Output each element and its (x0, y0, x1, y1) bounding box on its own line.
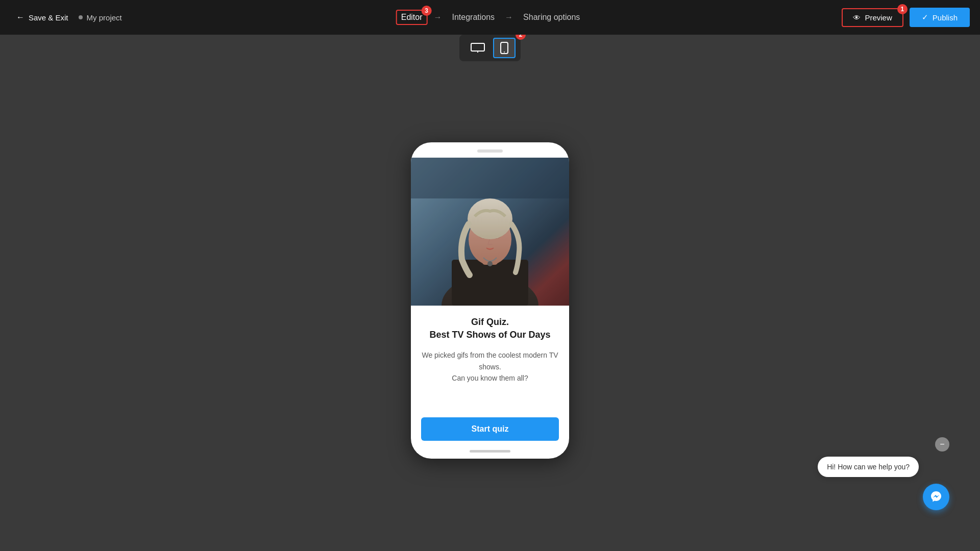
step-editor-badge: 3 (422, 6, 432, 16)
publish-button[interactable]: ✓ Publish (910, 8, 970, 27)
save-exit-button[interactable]: ← Save & Exit (10, 9, 75, 26)
project-name-label: My project (87, 13, 122, 22)
quiz-text-content: Gif Quiz. Best TV Shows of Our Days We p… (411, 306, 569, 446)
svg-point-4 (504, 52, 505, 53)
step-arrow-2: → (505, 13, 513, 22)
arrow-left-icon: ← (16, 13, 24, 22)
messenger-chat-button[interactable] (923, 484, 949, 510)
mobile-view-button[interactable] (493, 38, 516, 58)
step-editor-label: Editor (401, 13, 423, 21)
svg-rect-0 (471, 43, 484, 51)
start-quiz-label: Start quiz (472, 424, 509, 433)
device-switcher: 2 (459, 35, 521, 61)
phone-preview-frame: Gif Quiz. Best TV Shows of Our Days We p… (411, 142, 569, 459)
top-navigation: ← Save & Exit My project Editor 3 → Inte… (0, 0, 980, 35)
preview-button[interactable]: 👁 Preview 1 (842, 8, 903, 27)
step-editor[interactable]: Editor 3 (396, 10, 428, 25)
nav-right-actions: 👁 Preview 1 ✓ Publish (842, 8, 970, 27)
desktop-view-button[interactable] (464, 40, 491, 56)
quiz-description: We picked gifs from the coolest modern T… (421, 349, 559, 384)
publish-label: Publish (933, 13, 958, 22)
step-integrations[interactable]: Integrations (448, 10, 499, 25)
project-dot-icon (79, 15, 83, 19)
minimize-icon: − (940, 440, 944, 449)
chat-bubble: Hi! How can we help you? (818, 457, 919, 477)
save-exit-label: Save & Exit (29, 13, 68, 22)
start-quiz-button[interactable]: Start quiz (421, 417, 559, 441)
quiz-cover-image (411, 158, 569, 306)
project-name-area: My project (79, 13, 122, 22)
main-canvas: Gif Quiz. Best TV Shows of Our Days We p… (0, 35, 980, 551)
chat-bubble-text: Hi! How can we help you? (827, 463, 910, 471)
preview-badge: 1 (897, 4, 908, 14)
step-sharing-label: Sharing options (523, 13, 580, 21)
step-integrations-label: Integrations (452, 13, 495, 21)
svg-rect-21 (411, 158, 569, 306)
quiz-title: Gif Quiz. Best TV Shows of Our Days (429, 316, 550, 341)
eye-icon: 👁 (853, 13, 861, 22)
step-arrow-1: → (434, 13, 442, 22)
phone-home-bar (470, 450, 510, 453)
check-icon: ✓ (922, 13, 928, 22)
step-nav: Editor 3 → Integrations → Sharing option… (396, 10, 584, 25)
step-sharing[interactable]: Sharing options (519, 10, 584, 25)
phone-speaker (477, 149, 503, 153)
chat-minimize-button[interactable]: − (935, 437, 949, 452)
preview-label: Preview (865, 13, 892, 22)
phone-content: Gif Quiz. Best TV Shows of Our Days We p… (411, 158, 569, 446)
